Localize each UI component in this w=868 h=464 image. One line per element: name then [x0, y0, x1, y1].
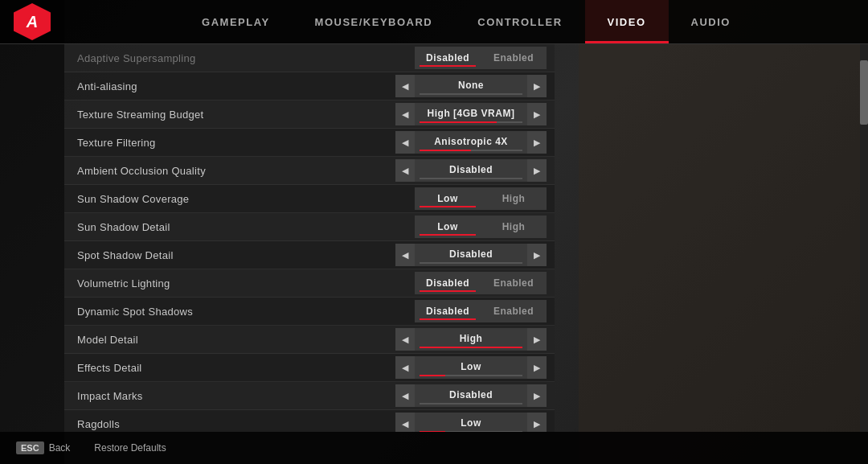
restore-defaults-item[interactable]: Restore Defaults: [94, 442, 166, 454]
setting-row-effects-detail: Effects Detail◀Low▶: [64, 354, 555, 382]
arrow-right-effects-detail[interactable]: ▶: [527, 356, 547, 379]
setting-control-texture-streaming-budget: ◀High [4GB VRAM]▶: [395, 103, 547, 125]
toggle-sun-shadow-coverage: LowHigh: [415, 187, 547, 210]
value-bar-spot-shadow-detail: [420, 262, 522, 264]
arrow-left-effects-detail[interactable]: ◀: [395, 356, 415, 379]
apex-logo: [14, 3, 51, 40]
arrow-left-spot-shadow-detail[interactable]: ◀: [395, 244, 415, 266]
setting-row-sun-shadow-coverage: Sun Shadow CoverageLowHigh: [64, 185, 555, 213]
toggle-btn-dynamic-spot-shadows-0[interactable]: Disabled: [415, 300, 481, 322]
setting-row-model-detail: Model Detail◀High▶: [64, 326, 555, 354]
toggle-btn-sun-shadow-detail-0[interactable]: Low: [415, 216, 481, 238]
arrow-left-texture-filtering[interactable]: ◀: [395, 131, 415, 154]
value-box-spot-shadow-detail: Disabled: [415, 244, 527, 266]
value-bar-fill-texture-streaming-budget: [420, 121, 497, 123]
value-bar-effects-detail: [420, 375, 522, 376]
setting-control-model-detail: ◀High▶: [395, 328, 547, 351]
value-box-ambient-occlusion-quality: Disabled: [415, 159, 527, 182]
tab-gameplay[interactable]: GAMEPLAY: [179, 0, 292, 43]
setting-label-spot-shadow-detail: Spot Shadow Detail: [77, 249, 395, 261]
value-text-ambient-occlusion-quality: Disabled: [449, 164, 493, 175]
setting-label-adaptive-supersampling: Adaptive Supersampling: [77, 52, 415, 64]
scrollbar-thumb[interactable]: [860, 60, 868, 125]
toggle-sun-shadow-detail: LowHigh: [415, 216, 547, 238]
value-text-effects-detail: Low: [461, 361, 481, 372]
value-text-texture-filtering: Anisotropic 4X: [434, 136, 508, 147]
setting-row-impact-marks: Impact Marks◀Disabled▶: [64, 382, 555, 410]
arrow-left-texture-streaming-budget[interactable]: ◀: [395, 103, 415, 125]
setting-label-volumetric-lighting: Volumetric Lighting: [77, 277, 415, 289]
setting-label-anti-aliasing: Anti-aliasing: [77, 80, 395, 92]
tab-video[interactable]: VIDEO: [585, 0, 669, 43]
toggle-btn-adaptive-supersampling-0[interactable]: Disabled: [415, 47, 481, 69]
value-box-texture-streaming-budget: High [4GB VRAM]: [415, 103, 527, 125]
restore-defaults-label: Restore Defaults: [94, 442, 166, 454]
value-bar-impact-marks: [420, 403, 522, 404]
setting-control-ambient-occlusion-quality: ◀Disabled▶: [395, 159, 547, 182]
header: GAMEPLAY MOUSE/KEYBOARD CONTROLLER VIDEO…: [0, 0, 868, 44]
toggle-adaptive-supersampling: DisabledEnabled: [415, 47, 547, 69]
value-text-texture-streaming-budget: High [4GB VRAM]: [428, 108, 515, 119]
setting-row-texture-streaming-budget: Texture Streaming Budget◀High [4GB VRAM]…: [64, 101, 555, 129]
setting-row-texture-filtering: Texture Filtering◀Anisotropic 4X▶: [64, 129, 555, 157]
arrow-left-ragdolls[interactable]: ◀: [395, 413, 415, 432]
setting-label-texture-streaming-budget: Texture Streaming Budget: [77, 109, 395, 121]
arrow-right-anti-aliasing[interactable]: ▶: [527, 75, 547, 97]
tab-mouse-keyboard[interactable]: MOUSE/KEYBOARD: [293, 0, 456, 43]
value-bar-anti-aliasing: [420, 93, 522, 95]
toggle-btn-dynamic-spot-shadows-1[interactable]: Enabled: [481, 300, 547, 322]
setting-row-ambient-occlusion-quality: Ambient Occlusion Quality◀Disabled▶: [64, 157, 555, 185]
value-bar-ambient-occlusion-quality: [420, 178, 522, 179]
logo-area: [0, 0, 64, 43]
setting-control-volumetric-lighting: DisabledEnabled: [415, 272, 547, 294]
arrow-right-model-detail[interactable]: ▶: [527, 328, 547, 351]
setting-control-anti-aliasing: ◀None▶: [395, 75, 547, 97]
nav-tabs: GAMEPLAY MOUSE/KEYBOARD CONTROLLER VIDEO…: [64, 0, 868, 43]
setting-control-impact-marks: ◀Disabled▶: [395, 384, 547, 407]
value-box-ragdolls: Low: [415, 413, 527, 432]
arrow-right-impact-marks[interactable]: ▶: [527, 384, 547, 407]
setting-label-model-detail: Model Detail: [77, 334, 395, 346]
toggle-dynamic-spot-shadows: DisabledEnabled: [415, 300, 547, 322]
settings-list: Adaptive SupersamplingDisabledEnabledAnt…: [64, 44, 555, 432]
setting-control-spot-shadow-detail: ◀Disabled▶: [395, 244, 547, 266]
arrow-right-spot-shadow-detail[interactable]: ▶: [527, 244, 547, 266]
toggle-btn-volumetric-lighting-0[interactable]: Disabled: [415, 272, 481, 294]
back-label: Back: [49, 442, 71, 454]
setting-control-texture-filtering: ◀Anisotropic 4X▶: [395, 131, 547, 154]
arrow-left-impact-marks[interactable]: ◀: [395, 384, 415, 407]
scrollbar-track[interactable]: [860, 44, 868, 432]
arrow-right-texture-streaming-budget[interactable]: ▶: [527, 103, 547, 125]
toggle-btn-sun-shadow-coverage-1[interactable]: High: [481, 187, 547, 210]
arrow-right-ragdolls[interactable]: ▶: [527, 413, 547, 432]
value-box-effects-detail: Low: [415, 356, 527, 379]
toggle-btn-sun-shadow-coverage-0[interactable]: Low: [415, 187, 481, 210]
arrow-left-anti-aliasing[interactable]: ◀: [395, 75, 415, 97]
toggle-btn-adaptive-supersampling-1[interactable]: Enabled: [481, 47, 547, 69]
back-item[interactable]: ESC Back: [16, 441, 70, 454]
value-bar-model-detail: [420, 347, 522, 348]
setting-control-sun-shadow-coverage: LowHigh: [415, 187, 547, 210]
arrow-right-texture-filtering[interactable]: ▶: [527, 131, 547, 154]
value-bar-fill-effects-detail: [420, 375, 445, 376]
setting-control-effects-detail: ◀Low▶: [395, 356, 547, 379]
arrow-right-ambient-occlusion-quality[interactable]: ▶: [527, 159, 547, 182]
setting-label-sun-shadow-coverage: Sun Shadow Coverage: [77, 193, 415, 205]
arrow-left-model-detail[interactable]: ◀: [395, 328, 415, 351]
setting-row-adaptive-supersampling: Adaptive SupersamplingDisabledEnabled: [64, 44, 555, 72]
value-box-impact-marks: Disabled: [415, 384, 527, 407]
setting-control-ragdolls: ◀Low▶: [395, 413, 547, 432]
toggle-volumetric-lighting: DisabledEnabled: [415, 272, 547, 294]
setting-row-dynamic-spot-shadows: Dynamic Spot ShadowsDisabledEnabled: [64, 298, 555, 326]
setting-control-dynamic-spot-shadows: DisabledEnabled: [415, 300, 547, 322]
arrow-left-ambient-occlusion-quality[interactable]: ◀: [395, 159, 415, 182]
toggle-btn-sun-shadow-detail-1[interactable]: High: [481, 216, 547, 238]
esc-badge: ESC: [16, 441, 44, 454]
setting-label-dynamic-spot-shadows: Dynamic Spot Shadows: [77, 306, 415, 318]
toggle-btn-volumetric-lighting-1[interactable]: Enabled: [481, 272, 547, 294]
value-bar-fill-model-detail: [420, 347, 522, 348]
tab-controller[interactable]: CONTROLLER: [455, 0, 584, 43]
tab-audio[interactable]: AUDIO: [669, 0, 753, 43]
setting-label-effects-detail: Effects Detail: [77, 362, 395, 374]
setting-row-spot-shadow-detail: Spot Shadow Detail◀Disabled▶: [64, 241, 555, 269]
